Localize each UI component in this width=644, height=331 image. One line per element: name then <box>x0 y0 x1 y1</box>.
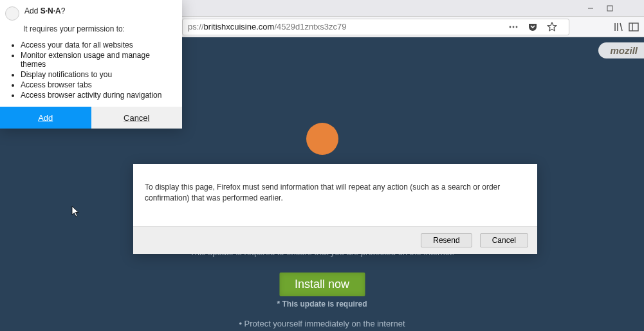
mozilla-badge: mozill <box>598 42 644 58</box>
extension-popup-title: Add S·N·A? <box>24 6 65 15</box>
feature-bullets: • Protect yourself immediately on the in… <box>0 318 644 331</box>
svg-point-4 <box>516 26 518 28</box>
url-domain: britishxcuisine.com <box>204 22 275 31</box>
extension-add-button[interactable]: Add <box>0 107 91 129</box>
sidebar-icon[interactable] <box>629 22 639 32</box>
resend-dialog-message: To display this page, Firefox must send … <box>133 164 537 226</box>
extension-icon <box>5 6 19 21</box>
install-now-button[interactable]: Install now <box>279 273 365 296</box>
window-close-button[interactable] <box>620 2 639 15</box>
extension-install-popup: Add S·N·A? It requires your permission t… <box>0 0 182 129</box>
url-bar[interactable]: ps://britishxcuisine.com/4529d1zntxs3zc7… <box>182 19 569 35</box>
extension-permission-item: Monitor extension usage and manage theme… <box>21 50 173 69</box>
pocket-icon[interactable] <box>526 21 539 33</box>
window-minimize-button[interactable] <box>581 2 600 15</box>
extension-popup-subtitle: It requires your permission to: <box>0 23 182 37</box>
extension-permission-item: Access your data for all websites <box>21 40 173 50</box>
feature-bullet: • Protect yourself immediately on the in… <box>0 318 644 330</box>
svg-rect-1 <box>607 6 612 11</box>
extension-permissions-list: Access your data for all websites Monito… <box>0 37 182 107</box>
extension-permission-item: Access browser activity during navigatio… <box>21 90 173 100</box>
svg-point-2 <box>510 26 511 28</box>
resend-dialog-footer: Resend Cancel <box>133 226 537 254</box>
resend-cancel-button[interactable]: Cancel <box>480 233 528 247</box>
page-actions-icon[interactable] <box>507 21 520 33</box>
url-scheme: ps:// <box>188 22 204 31</box>
extension-cancel-button[interactable]: Cancel <box>91 107 183 129</box>
window-maximize-button[interactable] <box>600 2 620 15</box>
svg-point-3 <box>513 26 515 28</box>
bookmark-star-icon[interactable] <box>546 21 558 33</box>
extension-permission-item: Access browser tabs <box>21 80 173 90</box>
update-required-note: * This update is required <box>0 300 644 309</box>
extension-permission-item: Display notifications to you <box>21 69 173 80</box>
svg-line-7 <box>620 23 622 31</box>
shield-icon <box>306 123 338 155</box>
url-path: /4529d1zntxs3zc79 <box>274 22 346 31</box>
resend-dialog: To display this page, Firefox must send … <box>133 164 537 254</box>
resend-button[interactable]: Resend <box>421 233 472 247</box>
library-icon[interactable] <box>613 22 623 32</box>
svg-rect-8 <box>629 23 638 31</box>
